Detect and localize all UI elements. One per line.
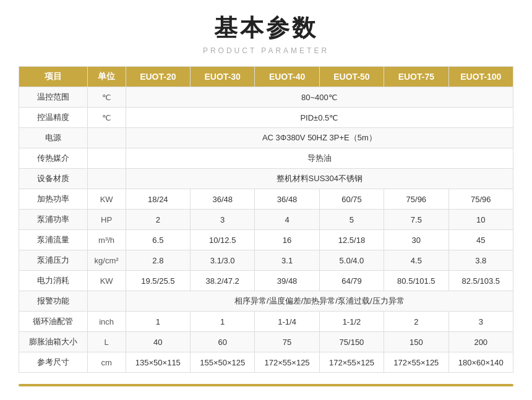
row-unit: inch	[87, 312, 126, 332]
table-row: 泵浦流量m³/h6.510/12.51612.5/183045	[19, 230, 513, 250]
col-header-model: EUOT-30	[191, 67, 255, 87]
row-data-cell: 172×55×125	[255, 352, 319, 373]
row-unit	[87, 291, 126, 312]
row-unit	[87, 148, 126, 169]
table-row: 电力消耗KW19.5/25.538.2/47.239/4864/7980.5/1…	[19, 271, 513, 291]
row-span-value: 80~400℃	[126, 87, 513, 108]
col-header-model: EUOT-20	[126, 67, 190, 87]
row-unit: cm	[87, 352, 126, 373]
col-header-model: EUOT-100	[448, 67, 513, 87]
row-data-cell: 3.1	[255, 250, 319, 271]
row-item-label: 泵浦压力	[19, 250, 88, 271]
page-title: 基本参数	[214, 12, 318, 44]
row-data-cell: 82.5/103.5	[448, 271, 513, 291]
table-row: 加热功率KW18/2436/4836/4860/7575/9675/96	[19, 189, 513, 210]
table-row: 泵浦功率HP23457.510	[19, 210, 513, 230]
row-data-cell: 10/12.5	[191, 230, 255, 250]
row-data-cell: 38.2/47.2	[191, 271, 255, 291]
row-data-cell: 3	[448, 312, 513, 332]
row-data-cell: 36/48	[191, 189, 255, 210]
row-item-label: 温控范围	[19, 87, 88, 108]
row-item-label: 电源	[19, 128, 88, 148]
row-data-cell: 2	[126, 210, 190, 230]
row-data-cell: 135×50×115	[126, 352, 190, 373]
row-data-cell: 30	[384, 230, 448, 250]
row-item-label: 设备材质	[19, 169, 88, 189]
table-row: 参考尺寸cm135×50×115155×50×125172×55×125172×…	[19, 352, 513, 373]
row-data-cell: 1-1/2	[319, 312, 384, 332]
table-row: 循环油配管inch111-1/41-1/223	[19, 312, 513, 332]
row-item-label: 报警功能	[19, 291, 88, 312]
param-table: 项目单位EUOT-20EUOT-30EUOT-40EUOT-50EUOT-75E…	[19, 66, 513, 373]
row-data-cell: 75	[255, 332, 319, 352]
bottom-decorative-line	[19, 384, 513, 386]
col-header-item: 项目	[19, 67, 88, 87]
col-header-model: EUOT-75	[384, 67, 448, 87]
row-data-cell: 3.1/3.0	[191, 250, 255, 271]
row-data-cell: 60	[191, 332, 255, 352]
row-data-cell: 5.0/4.0	[319, 250, 384, 271]
row-data-cell: 3.8	[448, 250, 513, 271]
row-unit: m³/h	[87, 230, 126, 250]
row-data-cell: 2.8	[126, 250, 190, 271]
row-data-cell: 18/24	[126, 189, 190, 210]
row-data-cell: 172×55×125	[319, 352, 384, 373]
row-data-cell: 19.5/25.5	[126, 271, 190, 291]
row-data-cell: 172×55×125	[384, 352, 448, 373]
row-unit: ℃	[87, 87, 126, 108]
row-span-value: 相序异常/温度偏差/加热异常/泵浦过载/压力异常	[126, 291, 513, 312]
row-data-cell: 3	[191, 210, 255, 230]
row-data-cell: 4	[255, 210, 319, 230]
table-row: 设备材质整机材料SUS304不锈钢	[19, 169, 513, 189]
row-unit	[87, 169, 126, 189]
row-item-label: 膨胀油箱大小	[19, 332, 88, 352]
row-data-cell: 16	[255, 230, 319, 250]
row-item-label: 加热功率	[19, 189, 88, 210]
row-data-cell: 1	[126, 312, 190, 332]
row-data-cell: 75/96	[384, 189, 448, 210]
table-row: 膨胀油箱大小L40607575/150150200	[19, 332, 513, 352]
row-data-cell: 36/48	[255, 189, 319, 210]
row-data-cell: 39/48	[255, 271, 319, 291]
row-unit: KW	[87, 189, 126, 210]
row-item-label: 传热媒介	[19, 148, 88, 169]
row-data-cell: 10	[448, 210, 513, 230]
page-subtitle: PRODUCT PARAMETER	[203, 46, 329, 55]
col-header-model: EUOT-50	[319, 67, 384, 87]
row-data-cell: 12.5/18	[319, 230, 384, 250]
col-header-unit: 单位	[87, 67, 126, 87]
table-header-row: 项目单位EUOT-20EUOT-30EUOT-40EUOT-50EUOT-75E…	[19, 67, 513, 87]
row-data-cell: 80.5/101.5	[384, 271, 448, 291]
row-data-cell: 6.5	[126, 230, 190, 250]
row-span-value: AC 3Φ380V 50HZ 3P+E（5m）	[126, 128, 513, 148]
row-item-label: 循环油配管	[19, 312, 88, 332]
row-data-cell: 45	[448, 230, 513, 250]
row-data-cell: 2	[384, 312, 448, 332]
table-row: 控温精度℃PID±0.5℃	[19, 108, 513, 128]
col-header-model: EUOT-40	[255, 67, 319, 87]
row-span-value: PID±0.5℃	[126, 108, 513, 128]
row-item-label: 泵浦流量	[19, 230, 88, 250]
table-row: 报警功能相序异常/温度偏差/加热异常/泵浦过载/压力异常	[19, 291, 513, 312]
row-data-cell: 7.5	[384, 210, 448, 230]
row-span-value: 导热油	[126, 148, 513, 169]
row-data-cell: 155×50×125	[191, 352, 255, 373]
row-span-value: 整机材料SUS304不锈钢	[126, 169, 513, 189]
row-data-cell: 40	[126, 332, 190, 352]
table-row: 电源AC 3Φ380V 50HZ 3P+E（5m）	[19, 128, 513, 148]
row-item-label: 控温精度	[19, 108, 88, 128]
row-item-label: 参考尺寸	[19, 352, 88, 373]
row-unit: kg/cm²	[87, 250, 126, 271]
row-unit: KW	[87, 271, 126, 291]
row-data-cell: 60/75	[319, 189, 384, 210]
row-item-label: 泵浦功率	[19, 210, 88, 230]
table-row: 温控范围℃80~400℃	[19, 87, 513, 108]
row-data-cell: 75/150	[319, 332, 384, 352]
row-data-cell: 1	[191, 312, 255, 332]
row-unit	[87, 128, 126, 148]
table-row: 传热媒介导热油	[19, 148, 513, 169]
row-unit: L	[87, 332, 126, 352]
row-data-cell: 180×60×140	[448, 352, 513, 373]
row-data-cell: 200	[448, 332, 513, 352]
row-unit: ℃	[87, 108, 126, 128]
